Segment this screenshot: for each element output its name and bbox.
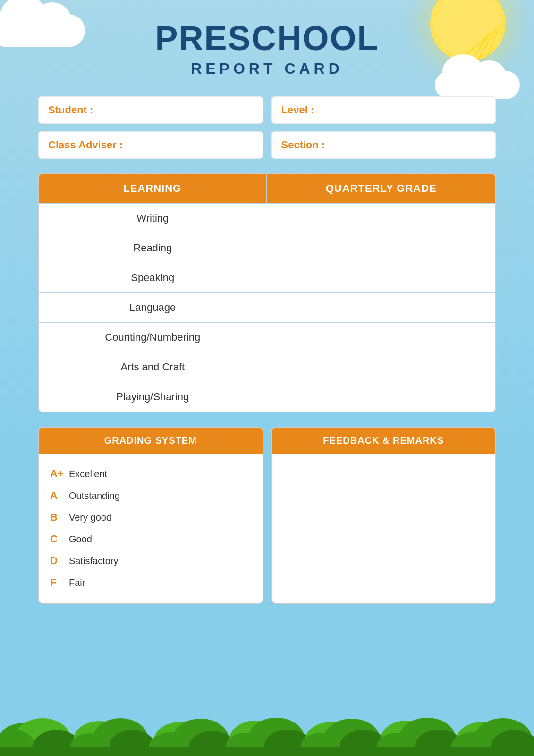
grading-content: A+ Excellent A Outstanding B Very good C… <box>39 454 263 603</box>
grade-cell <box>267 263 496 292</box>
grade-row: A+ Excellent <box>50 463 251 485</box>
grading-header: GRADING SYSTEM <box>39 428 263 454</box>
grade-description: Excellent <box>69 469 107 480</box>
grade-cell <box>267 382 496 412</box>
grade-letter: F <box>50 576 69 589</box>
grade-letter: A <box>50 490 69 502</box>
grade-description: Very good <box>69 512 111 523</box>
student-label: Student : <box>48 104 93 116</box>
feedback-box: FEEDBACK & REMARKS <box>271 427 497 604</box>
subject-cell: Language <box>39 293 267 322</box>
grade-cell <box>267 204 496 233</box>
grade-row: D Satisfactory <box>50 550 251 572</box>
grade-letter: A+ <box>50 468 69 480</box>
section-label: Section : <box>281 139 325 151</box>
subject-cell: Playing/Sharing <box>39 382 267 412</box>
table-row: Arts and Craft <box>39 352 495 382</box>
table-row: Reading <box>39 233 495 263</box>
table-row: Speaking <box>39 263 495 292</box>
level-label: Level : <box>281 104 314 116</box>
grade-cell <box>267 293 496 322</box>
grade-cell <box>267 323 496 352</box>
grade-description: Satisfactory <box>69 556 118 567</box>
grade-letter: D <box>50 555 69 567</box>
subject-cell: Speaking <box>39 263 267 292</box>
subject-cell: Reading <box>39 233 267 263</box>
student-field: Student : <box>38 96 263 124</box>
grade-row: A Outstanding <box>50 485 251 507</box>
grade-row: B Very good <box>50 507 251 528</box>
main-title: PRESCHOOL <box>38 19 496 58</box>
grade-description: Good <box>69 534 92 545</box>
subject-cell: Writing <box>39 204 267 233</box>
table-row: Playing/Sharing <box>39 382 495 412</box>
grade-header: QUARTERLY GRADE <box>267 174 496 203</box>
bottom-grid: GRADING SYSTEM A+ Excellent A Outstandin… <box>38 427 496 604</box>
table-row: Language <box>39 292 495 322</box>
grade-cell <box>267 233 496 263</box>
table-row: Counting/Numbering <box>39 322 495 352</box>
subject-cell: Arts and Craft <box>39 352 267 382</box>
grade-cell <box>267 352 496 382</box>
table-header: LEARNING QUARTERLY GRADE <box>39 174 495 203</box>
grade-letter: B <box>50 511 69 524</box>
learning-header: LEARNING <box>39 174 267 203</box>
grade-row: F Fair <box>50 572 251 593</box>
adviser-label: Class Adviser : <box>48 139 123 151</box>
bushes-decoration <box>0 695 534 756</box>
svg-rect-40 <box>0 747 534 756</box>
table-row: Writing <box>39 203 495 233</box>
grade-row: C Good <box>50 528 251 550</box>
learning-table: LEARNING QUARTERLY GRADE Writing Reading… <box>38 173 496 412</box>
table-body: Writing Reading Speaking Language Counti… <box>39 203 495 412</box>
subject-cell: Counting/Numbering <box>39 323 267 352</box>
adviser-field: Class Adviser : <box>38 131 263 159</box>
info-grid: Student : Level : Class Adviser : Sectio… <box>38 96 496 159</box>
section-field: Section : <box>271 131 497 159</box>
title-section: PRESCHOOL REPORT CARD <box>38 19 496 77</box>
grade-description: Fair <box>69 577 85 588</box>
sub-title: REPORT CARD <box>38 60 496 77</box>
grade-letter: C <box>50 533 69 545</box>
grading-box: GRADING SYSTEM A+ Excellent A Outstandin… <box>38 427 263 604</box>
feedback-content <box>272 454 496 572</box>
grade-description: Outstanding <box>69 490 120 501</box>
level-field: Level : <box>271 96 497 124</box>
feedback-header: FEEDBACK & REMARKS <box>272 428 496 454</box>
